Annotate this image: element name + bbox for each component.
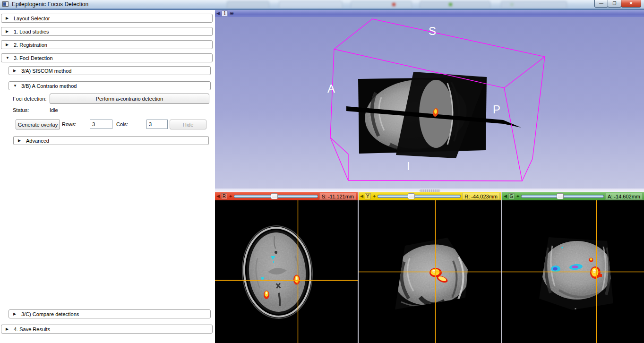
section-load-studies[interactable]: ▶ 1. Load studies (1, 27, 213, 36)
expand-arrow-icon: ▼ (6, 56, 9, 60)
slider-track[interactable] (378, 195, 461, 198)
expand-arrow-icon: ▶ (6, 327, 9, 331)
section-registration[interactable]: ▶ 2. Registration (1, 40, 213, 49)
slice-view-green: ◀ G ✦ A: -14.602mm (502, 192, 644, 343)
expand-arrow-icon: ▶ (6, 16, 9, 20)
view-splitter[interactable] (215, 189, 644, 192)
link-icon[interactable]: ✦ (229, 194, 232, 199)
section-siscom-method[interactable]: ▶ 3/A) SISCOM method (9, 66, 211, 75)
foci-detection-label: Foci detection: (13, 96, 47, 102)
section-compare-detections[interactable]: ▶ 3/C) Compare detections (9, 309, 211, 318)
pin-icon[interactable]: ◀ (216, 194, 220, 198)
section-label: 4. Save Results (14, 326, 50, 332)
minimize-button[interactable]: — (594, 0, 608, 8)
close-button[interactable]: ✕ (621, 0, 641, 8)
slider-handle[interactable] (408, 193, 415, 199)
expand-arrow-icon: ▶ (6, 43, 9, 47)
orientation-posterior-label: P (493, 103, 500, 116)
slice-viewport-green[interactable] (502, 200, 644, 343)
expand-arrow-icon: ▶ (6, 29, 9, 34)
section-advanced[interactable]: ▶ Advanced (13, 136, 209, 145)
slice-letter-yellow: Y (365, 193, 371, 199)
view3d-controller-bar[interactable]: ◀ 1 ⊕ (215, 10, 644, 17)
slice-bar-red[interactable]: ◀ R ✦ S: -11.121mm (215, 192, 358, 200)
section-layout-selector[interactable]: ▶ Layout Selector (1, 14, 213, 23)
slice-viewport-red[interactable] (215, 200, 358, 343)
rows-input[interactable] (90, 120, 112, 129)
slice-bar-yellow[interactable]: ◀ Y ✦ R: -44.023mm (359, 192, 501, 200)
link-icon[interactable]: ✦ (372, 194, 376, 199)
slice-viewport-yellow[interactable] (359, 200, 501, 343)
section-label: 1. Load studies (14, 29, 49, 34)
orientation-anterior-label: A (327, 82, 335, 95)
section-label: 3/C) Compare detections (21, 311, 79, 317)
expand-arrow-icon: ▶ (13, 312, 17, 316)
module-panel: ▶ Layout Selector ▶ 1. Load studies ▶ 2.… (0, 10, 215, 343)
generate-overlay-button[interactable]: Generate overlay (16, 120, 60, 129)
section-acontrario-method[interactable]: ▼ 3/B) A Contrario method (9, 81, 211, 90)
orientation-superior-label: S (429, 25, 436, 38)
slice-view-yellow: ◀ Y ✦ R: -44.023mm (359, 192, 501, 343)
slice-offset-slider-red[interactable] (234, 194, 318, 198)
crosshair-icon[interactable]: ⊕ (230, 11, 234, 16)
expand-arrow-icon: ▶ (13, 69, 17, 73)
link-icon[interactable]: ✦ (516, 194, 520, 199)
status-label: Status: (13, 107, 29, 113)
slice-offset-value-green: A: -14.602mm (605, 193, 643, 200)
slider-handle[interactable] (557, 193, 564, 199)
splitter-handle-icon[interactable] (420, 189, 440, 192)
slice-offset-slider-green[interactable] (521, 194, 604, 198)
view3d-scene (215, 17, 644, 189)
window-titlebar[interactable]: Epileptogenic Focus Detection — ❐ ✕ (0, 0, 644, 9)
section-save-results[interactable]: ▶ 4. Save Results (1, 325, 213, 334)
slice-offset-value-yellow: R: -44.023mm (462, 193, 500, 200)
view-layout: ◀ 1 ⊕ (215, 10, 644, 343)
view3d-label: 1 (222, 10, 228, 17)
window-title: Epileptogenic Focus Detection (12, 1, 88, 8)
cols-label: Cols: (116, 121, 128, 127)
slice-offset-slider-yellow[interactable] (378, 194, 461, 198)
expand-arrow-icon: ▶ (18, 138, 22, 143)
cols-input[interactable] (146, 120, 168, 129)
pin-icon[interactable]: ◀ (504, 194, 507, 198)
section-label: Layout Selector (14, 16, 50, 21)
perform-detection-button[interactable]: Perform a-contrario detection (50, 94, 209, 104)
restore-button[interactable]: ❐ (608, 0, 621, 8)
slice-letter-red: R (221, 193, 227, 199)
expand-arrow-icon: ▼ (13, 84, 17, 88)
slice-offset-value-red: S: -11.121mm (319, 193, 356, 200)
section-label: 2. Registration (14, 42, 47, 48)
slice-bar-green[interactable]: ◀ G ✦ A: -14.602mm (502, 192, 644, 200)
background-tabs-blurred (227, 0, 591, 9)
slice-view-red: ◀ R ✦ S: -11.121mm (215, 192, 358, 343)
slice-letter-green: G (508, 193, 515, 199)
section-label: 3/B) A Contrario method (21, 83, 77, 89)
rows-label: Rows: (62, 121, 77, 127)
status-value: Idle (50, 107, 58, 113)
hide-button[interactable]: Hide (170, 120, 206, 129)
pin-icon[interactable]: ◀ (360, 194, 363, 198)
slider-handle[interactable] (271, 193, 278, 199)
view3d-viewport[interactable]: S A P I (215, 17, 644, 189)
section-label: Advanced (26, 138, 49, 144)
orientation-inferior-label: I (407, 160, 410, 173)
section-foci-detection[interactable]: ▼ 3. Foci Detection (1, 53, 213, 62)
section-label: 3. Foci Detection (14, 55, 53, 61)
section-label: 3/A) SISCOM method (21, 68, 71, 74)
app-icon (2, 1, 9, 7)
pin-icon[interactable]: ◀ (216, 11, 220, 16)
